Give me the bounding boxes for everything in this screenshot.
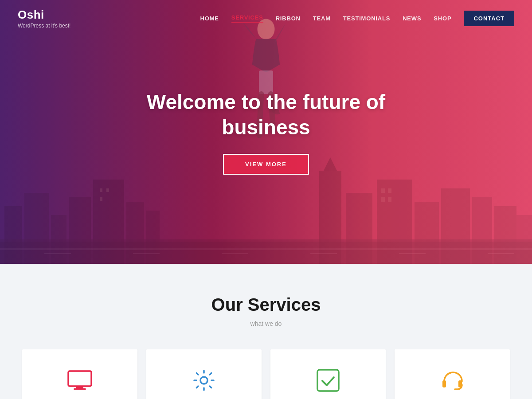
hero-content: Welcome to the future of business VIEW M…	[129, 90, 403, 175]
service-card-gear	[146, 349, 262, 399]
nav-team[interactable]: TEAM	[313, 15, 331, 22]
logo-name: Oshi	[18, 8, 70, 22]
main-nav: HOME SERVICES RIBBON TEAM TESTIMONIALS N…	[200, 11, 514, 26]
nav-services[interactable]: SERVICES	[231, 14, 263, 23]
nav-news[interactable]: NEWS	[403, 15, 421, 22]
monitor-icon	[66, 367, 93, 394]
service-card-monitor	[22, 349, 137, 399]
contact-button[interactable]: CONTACT	[464, 11, 514, 26]
svg-rect-39	[442, 380, 446, 387]
svg-rect-34	[68, 371, 91, 386]
svg-point-37	[200, 377, 207, 384]
nav-home[interactable]: HOME	[200, 15, 219, 22]
service-card-headphone	[395, 349, 510, 399]
nav-ribbon[interactable]: RIBBON	[276, 15, 301, 22]
svg-rect-35	[76, 386, 83, 388]
services-section: Our Services what we do	[0, 264, 532, 399]
hero-section: Welcome to the future of business VIEW M…	[0, 0, 532, 264]
headphone-icon	[439, 367, 466, 394]
site-header: Oshi WordPress at it's best! HOME SERVIC…	[0, 0, 532, 37]
svg-rect-38	[317, 370, 339, 391]
gear-icon	[191, 367, 217, 394]
service-card-check	[270, 349, 386, 399]
svg-rect-36	[74, 388, 86, 390]
check-icon	[315, 367, 341, 394]
hero-cta-button[interactable]: VIEW MORE	[223, 154, 309, 175]
nav-testimonials[interactable]: TESTIMONIALS	[343, 15, 390, 22]
logo: Oshi WordPress at it's best!	[18, 8, 70, 29]
logo-tagline: WordPress at it's best!	[18, 23, 70, 29]
services-title: Our Services	[18, 295, 514, 315]
nav-shop[interactable]: SHOP	[434, 15, 451, 22]
services-subtitle: what we do	[18, 320, 514, 327]
hero-title: Welcome to the future of business	[129, 90, 403, 141]
services-grid	[18, 349, 514, 399]
